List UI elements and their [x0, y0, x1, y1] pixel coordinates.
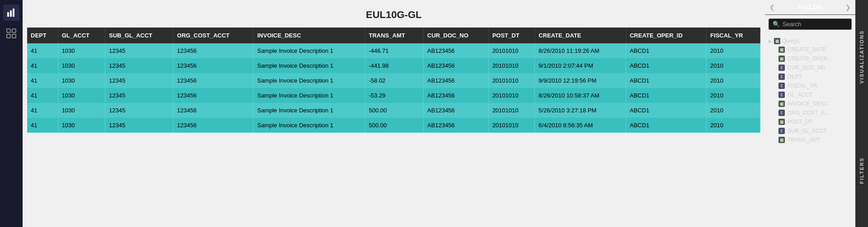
- field-item[interactable]: ΣDEPT: [769, 72, 852, 81]
- report-title: EUL10G-GL: [23, 0, 765, 28]
- network-nav-item[interactable]: [3, 25, 19, 42]
- sidebar-expand-button[interactable]: ❯: [845, 4, 851, 11]
- svg-rect-3: [7, 29, 10, 32]
- svg-rect-2: [13, 9, 14, 17]
- col-fiscal-yr: FISCAL_YR: [707, 28, 760, 43]
- field-type-icon: ▦: [778, 137, 785, 143]
- field-item[interactable]: ΣORG_COST_A...: [769, 108, 852, 117]
- tree-group-query1: ▶ ▦ Query1 ▦CREATE_DATE▦CREATE_OPER...ΣC…: [765, 35, 855, 146]
- col-create-date: CREATE_DATE: [535, 28, 626, 43]
- svg-rect-6: [12, 34, 16, 38]
- field-type-icon: ▦: [778, 46, 785, 53]
- field-type-icon: Σ: [778, 92, 785, 98]
- field-label: TRANS_AMT: [788, 137, 821, 143]
- col-dept: DEPT: [27, 28, 58, 43]
- field-label: FISCAL_YR: [788, 83, 817, 89]
- main-content: EUL10G-GL DEPT GL_ACCT SUB_GL_ACCT ORG_C…: [23, 0, 765, 227]
- right-sidebar-wrapper: ❮ FIELDS ❯ 🔍 ▶ ▦ Query1 ▦CREATE_DATE▦CRE…: [765, 0, 868, 227]
- fields-list: ▦CREATE_DATE▦CREATE_OPER...ΣCUR_DOC_NOΣD…: [769, 45, 852, 144]
- svg-rect-4: [12, 29, 16, 32]
- field-type-icon: ▦: [778, 119, 785, 125]
- field-item[interactable]: ▦INVOICE_DESC: [769, 99, 852, 108]
- col-org-cost-acct: ORG_COST_ACCT: [173, 28, 253, 43]
- svg-rect-1: [10, 10, 12, 17]
- query-icon: ▦: [774, 38, 780, 44]
- field-item[interactable]: ΣFISCAL_YR: [769, 81, 852, 90]
- field-label: CREATE_OPER...: [788, 56, 832, 62]
- field-type-icon: Σ: [778, 74, 785, 80]
- field-type-icon: Σ: [778, 65, 785, 71]
- tree-group-label: Query1: [782, 38, 800, 44]
- table-row: 41103012345123456Sample Invoice Descript…: [27, 103, 760, 118]
- col-trans-amt: TRANS_AMT: [365, 28, 423, 43]
- filters-label[interactable]: FILTERS: [855, 114, 868, 227]
- col-post-dt: POST_DT: [488, 28, 534, 43]
- table-row: 41103012345123456Sample Invoice Descript…: [27, 58, 760, 73]
- field-item[interactable]: ΣGL_ACCT: [769, 90, 852, 99]
- table-header-row: DEPT GL_ACCT SUB_GL_ACCT ORG_COST_ACCT I…: [27, 28, 760, 43]
- field-type-icon: Σ: [778, 110, 785, 116]
- field-item[interactable]: ▦CREATE_DATE: [769, 45, 852, 54]
- field-item[interactable]: ▦TRANS_AMT: [769, 135, 852, 144]
- fields-search-input[interactable]: [783, 21, 848, 28]
- sidebar-collapse-button[interactable]: ❮: [769, 4, 775, 11]
- tree-group-header[interactable]: ▶ ▦ Query1: [769, 37, 852, 45]
- col-create-oper-id: CREATE_OPER_ID: [626, 28, 706, 43]
- field-label: CUR_DOC_NO: [788, 65, 826, 71]
- field-type-icon: Σ: [778, 83, 785, 89]
- visualizations-label[interactable]: VISUALIZATIONS: [855, 0, 868, 114]
- bar-chart-nav-item[interactable]: [3, 5, 19, 21]
- sidebar-header: ❮ FIELDS ❯: [765, 0, 855, 15]
- field-label: DEPT: [788, 74, 802, 80]
- fields-search-box[interactable]: 🔍: [769, 19, 852, 30]
- field-label: GL_ACCT: [788, 92, 812, 98]
- svg-rect-0: [7, 12, 9, 17]
- field-item[interactable]: ▦POST_DT: [769, 117, 852, 126]
- table-container: DEPT GL_ACCT SUB_GL_ACCT ORG_COST_ACCT I…: [23, 28, 765, 227]
- fields-tree: ▶ ▦ Query1 ▦CREATE_DATE▦CREATE_OPER...ΣC…: [765, 33, 855, 227]
- col-sub-gl-acct: SUB_GL_ACCT: [105, 28, 173, 43]
- field-item[interactable]: ΣSUB_GL_ACCT: [769, 126, 852, 135]
- table-row: 41103012345123456Sample Invoice Descript…: [27, 118, 760, 133]
- search-icon: 🔍: [773, 21, 780, 28]
- field-label: ORG_COST_A...: [788, 110, 829, 116]
- field-label: POST_DT: [788, 119, 812, 125]
- col-invoice-desc: INVOICE_DESC: [253, 28, 365, 43]
- field-item[interactable]: ΣCUR_DOC_NO: [769, 63, 852, 72]
- chevron-down-icon: ▶: [769, 39, 772, 44]
- field-type-icon: ▦: [778, 101, 785, 107]
- sidebar-title: FIELDS: [797, 4, 823, 11]
- col-gl-acct: GL_ACCT: [58, 28, 105, 43]
- right-sidebar: ❮ FIELDS ❯ 🔍 ▶ ▦ Query1 ▦CREATE_DATE▦CRE…: [765, 0, 855, 227]
- table-row: 41103012345123456Sample Invoice Descript…: [27, 73, 760, 88]
- col-cur-doc-no: CUR_DOC_NO: [424, 28, 489, 43]
- field-type-icon: ▦: [778, 56, 785, 62]
- data-table: DEPT GL_ACCT SUB_GL_ACCT ORG_COST_ACCT I…: [27, 28, 760, 133]
- field-label: CREATE_DATE: [788, 46, 826, 53]
- field-label: INVOICE_DESC: [788, 101, 828, 107]
- field-label: SUB_GL_ACCT: [788, 128, 827, 134]
- table-row: 41103012345123456Sample Invoice Descript…: [27, 43, 760, 58]
- left-nav: [0, 0, 23, 227]
- field-type-icon: Σ: [778, 128, 785, 134]
- field-item[interactable]: ▦CREATE_OPER...: [769, 54, 852, 63]
- table-row: 41103012345123456Sample Invoice Descript…: [27, 88, 760, 103]
- vertical-labels-panel: VISUALIZATIONS FILTERS: [855, 0, 868, 227]
- svg-rect-5: [7, 34, 10, 38]
